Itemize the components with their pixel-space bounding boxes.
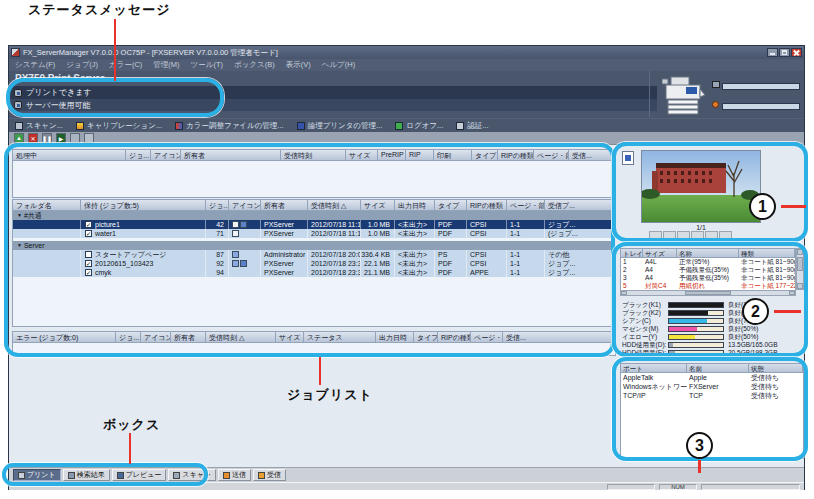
column-header[interactable]: サイズ: [276, 332, 304, 343]
tray-row[interactable]: 2A4予備残量低(35%)非コート紙 81~90g/m2 白: [621, 266, 795, 274]
preview-nav-button[interactable]: [719, 231, 732, 239]
port-row[interactable]: TCP/IPTCP受信待ち: [621, 391, 803, 400]
tray-horizontal-scrollbar[interactable]: [620, 290, 796, 296]
column-header[interactable]: エラー (ジョブ数:0): [13, 332, 116, 343]
toolbar-button[interactable]: ログオフ...: [395, 121, 443, 131]
job-pause-icon[interactable]: ❚❚: [42, 133, 52, 143]
column-header[interactable]: 名前: [687, 364, 749, 373]
job-resume-icon[interactable]: ▶: [56, 133, 66, 143]
tray-row[interactable]: 1A4L正常(95%)非コート紙 81~90g/m2 白: [621, 258, 795, 266]
menu-item[interactable]: ジョブ(J): [66, 60, 98, 70]
job-row[interactable]: ✓cmyk94PXServer2012/07/18 23:33:2721.1 M…: [13, 268, 615, 277]
port-row[interactable]: WindowsネットワークFXServer受信待ち: [621, 382, 803, 391]
column-header[interactable]: 受信プ...: [545, 200, 615, 211]
column-header[interactable]: 所有者: [171, 332, 206, 343]
column-header[interactable]: 受信時刻 △: [206, 332, 276, 343]
box-tab-プレビュー[interactable]: プレビュー: [112, 469, 167, 481]
box-tab-送信[interactable]: 送信: [218, 469, 251, 481]
tree-expander-icon[interactable]: ▼: [17, 241, 22, 250]
job-checkbox[interactable]: ✓: [85, 230, 92, 237]
menu-item[interactable]: 管理(M): [153, 60, 179, 70]
column-header[interactable]: フォルダ名: [13, 200, 81, 211]
column-header[interactable]: 印刷: [434, 150, 472, 161]
preview-nav-button[interactable]: [663, 231, 676, 239]
column-header[interactable]: ページ・部数: [471, 332, 503, 343]
menu-item[interactable]: 表示(V): [286, 60, 311, 70]
column-header[interactable]: RIP: [406, 150, 434, 161]
column-header[interactable]: サイズ: [346, 150, 378, 161]
column-header[interactable]: アイコン: [141, 332, 171, 343]
column-header[interactable]: 受信...: [569, 150, 615, 161]
tray-vertical-scrollbar[interactable]: [796, 248, 804, 290]
column-header[interactable]: 受信時刻: [281, 150, 346, 161]
tree-expander-icon[interactable]: ▼: [17, 211, 22, 220]
column-header[interactable]: ステータス: [304, 332, 376, 343]
job-row[interactable]: ✓picture142PXServer2012/07/18 11:19:461.…: [13, 220, 615, 229]
job-log-icon[interactable]: [84, 133, 94, 143]
column-header[interactable]: サイズ: [361, 200, 395, 211]
box-tab-受信[interactable]: 受信: [253, 469, 286, 481]
job-start-icon[interactable]: ▲: [14, 133, 24, 143]
port-row[interactable]: AppleTalkApple受信待ち: [621, 373, 803, 382]
column-header[interactable]: 処理中: [13, 150, 126, 161]
job-move-icon[interactable]: [70, 133, 80, 143]
title-bar[interactable]: FX_ServerManager V7.0.0.0 OC75P - [FXSER…: [9, 46, 804, 59]
column-header[interactable]: 所有者: [261, 200, 308, 211]
box-tab-プリント[interactable]: プリント: [13, 469, 61, 481]
column-header[interactable]: ジョ...: [206, 200, 229, 211]
tray-row[interactable]: 5封筒C4用紙切れ非コート紙 177~220g/m2 白: [621, 282, 795, 290]
column-header[interactable]: PreRIP: [378, 150, 406, 161]
toolbar-button[interactable]: カラー調整ファイルの管理...: [175, 121, 283, 131]
column-header[interactable]: アイコン: [229, 200, 261, 211]
preview-nav-button[interactable]: [649, 231, 662, 239]
column-header[interactable]: 出力日時: [395, 200, 435, 211]
menu-item[interactable]: ツール(T): [191, 60, 223, 70]
toolbar-button[interactable]: 認証...: [456, 121, 488, 131]
job-row[interactable]: スタートアップページ87Administrator2012/07/18 20:0…: [13, 250, 615, 259]
column-header[interactable]: ジョ...: [126, 150, 151, 161]
job-checkbox[interactable]: ✓: [85, 260, 92, 267]
minimize-button[interactable]: [767, 48, 778, 57]
preview-nav-button[interactable]: [705, 231, 718, 239]
job-group-row[interactable]: ▼Server: [13, 241, 615, 250]
toolbar-button[interactable]: 論理プリンタの管理...: [297, 121, 383, 131]
column-header[interactable]: 受信...: [503, 332, 615, 343]
menu-item[interactable]: ボックス(B): [234, 60, 275, 70]
job-group-row[interactable]: ▼#共通: [13, 211, 615, 220]
box-tab-検索結果[interactable]: 検索結果: [63, 469, 110, 481]
column-header[interactable]: サイズ: [643, 249, 677, 258]
column-header[interactable]: RIPの種類: [498, 150, 534, 161]
box-tab-スキャン[interactable]: スキャン: [168, 469, 216, 481]
toolbar-button[interactable]: スキャン...: [15, 121, 63, 131]
column-header[interactable]: 種類: [739, 249, 795, 258]
column-header[interactable]: タイプ: [472, 150, 498, 161]
column-header[interactable]: ポート: [621, 364, 687, 373]
column-header[interactable]: RIPの種類: [467, 200, 507, 211]
column-header[interactable]: ジョ...: [116, 332, 141, 343]
menu-item[interactable]: ヘルプ(H): [322, 60, 355, 70]
tray-row[interactable]: 3A4予備残量低(35%)非コート紙 81~90g/m2 白: [621, 274, 795, 282]
toolbar-button[interactable]: キャリブレーション...: [76, 121, 162, 131]
column-header[interactable]: 状態: [749, 364, 803, 373]
column-header[interactable]: 受信時刻 △: [308, 200, 361, 211]
column-header[interactable]: タイプ: [435, 200, 467, 211]
column-header[interactable]: 出力日時: [376, 332, 414, 343]
menu-item[interactable]: システム(F): [15, 60, 55, 70]
job-checkbox[interactable]: ✓: [85, 269, 92, 276]
job-delete-icon[interactable]: ✕: [28, 133, 38, 143]
column-header[interactable]: 保持 (ジョブ数:5): [81, 200, 206, 211]
job-row[interactable]: ✓water171PXServer2012/07/18 11:19:461.0 …: [13, 229, 615, 238]
preview-nav-button[interactable]: [691, 231, 704, 239]
column-header[interactable]: 名称: [677, 249, 739, 258]
job-checkbox[interactable]: ✓: [85, 221, 92, 228]
column-header[interactable]: RIPの種類: [438, 332, 471, 343]
column-header[interactable]: アイコン: [151, 150, 181, 161]
column-header[interactable]: トレイ: [621, 249, 643, 258]
preview-nav-button[interactable]: [677, 231, 690, 239]
close-button[interactable]: [791, 48, 802, 57]
job-row[interactable]: ✓20120615_10342392PXServer2012/07/18 23:…: [13, 259, 615, 268]
column-header[interactable]: ページ・部数: [534, 150, 569, 161]
column-header[interactable]: タイプ: [414, 332, 438, 343]
maximize-button[interactable]: [779, 48, 790, 57]
column-header[interactable]: 所有者: [181, 150, 281, 161]
